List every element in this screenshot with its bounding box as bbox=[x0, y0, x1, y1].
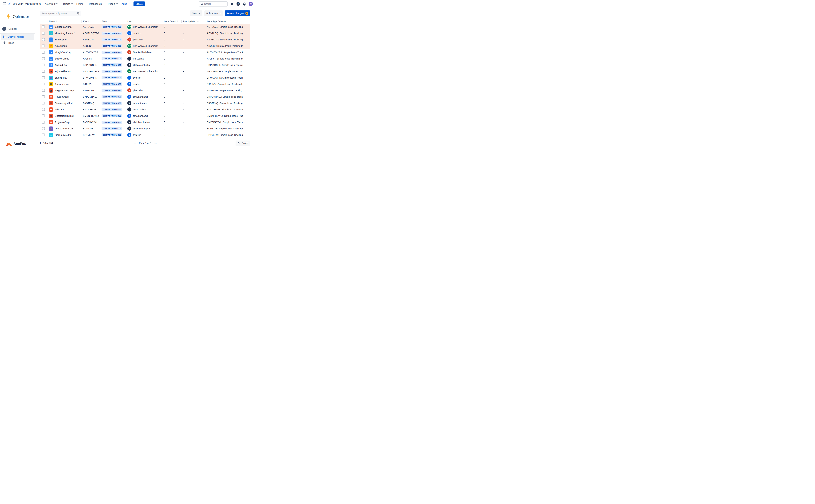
column-header-name[interactable]: Name bbox=[47, 20, 81, 23]
nav-item-dashboards[interactable]: Dashboards bbox=[87, 3, 106, 5]
sidebar-item-trash[interactable]: Trash bbox=[1, 40, 34, 46]
notifications-bell-icon[interactable] bbox=[230, 2, 234, 6]
global-search-input[interactable] bbox=[204, 3, 224, 5]
project-name[interactable]: Kihujlufuw Corp. bbox=[55, 51, 72, 54]
row-checkbox[interactable] bbox=[42, 89, 45, 92]
project-search[interactable]: × bbox=[40, 11, 81, 16]
clear-search-icon[interactable]: × bbox=[77, 12, 79, 15]
global-search[interactable] bbox=[199, 1, 228, 7]
project-name[interactable]: Juupobejani Inc. bbox=[55, 26, 72, 28]
project-search-input[interactable] bbox=[42, 12, 77, 15]
project-name[interactable]: Tujifunekbel Ltd. bbox=[55, 70, 72, 73]
project-name[interactable]: Jinaceara Inc. bbox=[55, 83, 69, 85]
project-name[interactable]: Hovzu Group bbox=[55, 96, 69, 98]
appfox-brand: AppFox bbox=[6, 141, 26, 146]
column-label: Last Updated bbox=[183, 20, 196, 22]
help-icon[interactable]: ? bbox=[237, 2, 240, 6]
row-checkbox[interactable] bbox=[42, 44, 45, 47]
terminal-icon: ▣ bbox=[49, 88, 53, 93]
nav-item-apps[interactable]: Apps bbox=[119, 3, 131, 5]
row-checkbox[interactable] bbox=[42, 25, 45, 28]
project-key: BIRKIVX bbox=[81, 83, 100, 85]
lead-name: Tom Buhl-Nielsen bbox=[133, 51, 152, 54]
top-navbar: Jira Work Management Your workProjectsFi… bbox=[0, 0, 256, 8]
toolbar-actions: View Bulk action Review changes 4 bbox=[190, 10, 250, 16]
row-checkbox[interactable] bbox=[42, 64, 45, 66]
row-checkbox[interactable] bbox=[42, 133, 45, 136]
project-key: ACTDGZG bbox=[81, 26, 100, 28]
column-label: Name bbox=[49, 20, 55, 22]
row-checkbox[interactable] bbox=[42, 38, 45, 41]
row-checkbox[interactable] bbox=[42, 83, 45, 85]
project-name[interactable]: Vensazofojku Ltd. bbox=[55, 127, 73, 130]
lead-name: fran.perez bbox=[133, 57, 144, 60]
user-avatar[interactable]: JR bbox=[249, 2, 253, 6]
column-header-issue-count[interactable]: Issue Count bbox=[162, 20, 181, 23]
row-checkbox[interactable] bbox=[42, 102, 45, 104]
issue-type-scheme: BHWSUMRN: Simple Issue Trackin... bbox=[205, 76, 243, 79]
column-label: Lead bbox=[127, 20, 132, 22]
project-name[interactable]: Agfo Group bbox=[55, 45, 67, 47]
project-name[interactable]: Nelgutagaful Corp. bbox=[55, 89, 74, 92]
project-name[interactable]: Zafuczi Inc. bbox=[55, 76, 67, 79]
go-back-button[interactable]: ← Go back bbox=[2, 27, 35, 31]
row-checkbox[interactable] bbox=[42, 114, 45, 117]
table-row: ▯ Apoju & Co. BDPIORCRL COMPANY MANAGED … bbox=[40, 62, 250, 68]
nav-item-people[interactable]: People bbox=[106, 3, 119, 5]
chevron-down-icon bbox=[219, 12, 221, 14]
create-button[interactable]: Create bbox=[133, 1, 145, 6]
project-name[interactable]: Susiok Group bbox=[55, 57, 69, 60]
issue-type-scheme: BMBNFBSVKZ: Simple Issue Track... bbox=[205, 115, 243, 117]
row-checkbox[interactable] bbox=[42, 127, 45, 130]
row-checkbox[interactable] bbox=[42, 108, 45, 111]
flag-icon: ⚑ bbox=[49, 44, 53, 48]
previous-page-icon[interactable]: ← bbox=[133, 141, 136, 145]
next-page-icon[interactable]: → bbox=[154, 141, 157, 145]
review-changes-button[interactable]: Review changes 4 bbox=[225, 10, 250, 16]
column-header-last-updated[interactable]: Last Updated bbox=[181, 20, 205, 23]
table-row: ⚙ Josjanro Corp. BNVSKAYOIL COMPANY MANA… bbox=[40, 119, 250, 125]
export-button[interactable]: Export bbox=[236, 141, 250, 146]
project-name[interactable]: Apoju & Co. bbox=[55, 64, 67, 66]
project-key: BOMKUB bbox=[81, 127, 100, 130]
view-button[interactable]: View bbox=[190, 10, 202, 16]
row-checkbox[interactable] bbox=[42, 51, 45, 54]
issue-type-scheme: AUTMOVYGS: Simple Issue Tracki... bbox=[205, 51, 243, 54]
last-updated: - bbox=[181, 89, 205, 92]
project-name[interactable]: Fiheluohvuc Ltd. bbox=[55, 134, 72, 136]
go-back-label: Go back bbox=[8, 28, 17, 30]
bulk-action-button[interactable]: Bulk action bbox=[204, 10, 223, 16]
project-name[interactable]: Tuthooj Ltd. bbox=[55, 38, 67, 41]
sidebar-item-label: Trash bbox=[8, 42, 14, 44]
row-checkbox[interactable] bbox=[42, 95, 45, 98]
nav-item-projects[interactable]: Projects bbox=[60, 3, 74, 5]
style-badge: COMPANY MANAGED bbox=[102, 102, 122, 105]
optimizer-brand: Optimizer bbox=[0, 11, 35, 22]
column-header-key[interactable]: Key bbox=[81, 20, 100, 23]
project-name[interactable]: Marketing Team v2 bbox=[55, 32, 75, 35]
project-name[interactable]: Jebiz & Co. bbox=[55, 108, 67, 111]
row-checkbox[interactable] bbox=[42, 32, 45, 35]
settings-gear-icon[interactable] bbox=[243, 2, 246, 6]
row-checkbox[interactable] bbox=[42, 121, 45, 124]
issue-count: 0 bbox=[162, 45, 181, 47]
table-row: ◎ Marketing Team v2 AEOTLOQTFG COMPANY M… bbox=[40, 30, 250, 36]
project-name[interactable]: Etamubazjod Ltd. bbox=[55, 102, 73, 104]
chevron-down-icon bbox=[116, 3, 118, 4]
review-count-badge: 4 bbox=[245, 12, 248, 15]
jira-logo[interactable]: Jira Work Management bbox=[7, 2, 42, 6]
row-checkbox[interactable] bbox=[42, 57, 45, 60]
nav-item-filters[interactable]: Filters bbox=[74, 3, 87, 5]
last-updated: - bbox=[181, 26, 205, 28]
parrot-icon: ◗ bbox=[49, 126, 53, 131]
project-name[interactable]: Josjanro Corp. bbox=[55, 121, 70, 124]
lead-avatar: E bbox=[127, 82, 131, 86]
lead-avatar: E bbox=[127, 31, 131, 35]
row-checkbox[interactable] bbox=[42, 76, 45, 79]
row-checkbox[interactable] bbox=[42, 70, 45, 73]
project-name[interactable]: Uletefojakukig Ltd. bbox=[55, 115, 74, 117]
sidebar-item-active-projects[interactable]: Active Projects bbox=[1, 34, 34, 40]
jira-mark-icon bbox=[8, 2, 12, 6]
app-switcher-icon[interactable] bbox=[2, 1, 7, 7]
nav-item-your-work[interactable]: Your work bbox=[43, 3, 60, 5]
